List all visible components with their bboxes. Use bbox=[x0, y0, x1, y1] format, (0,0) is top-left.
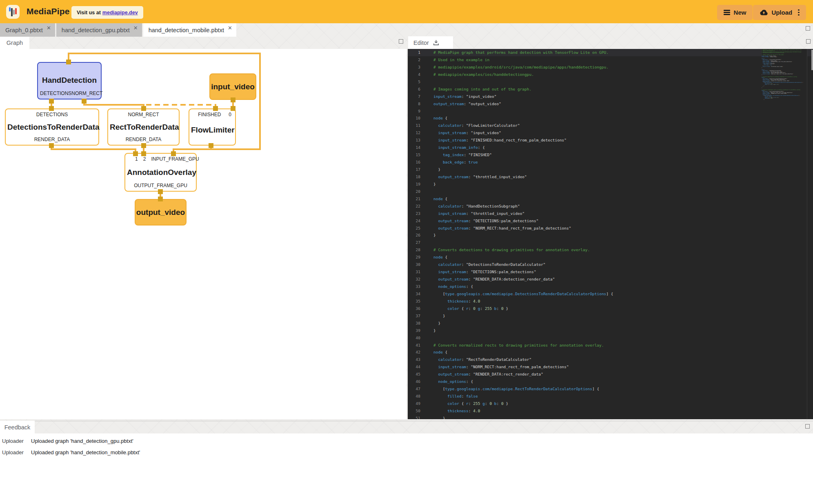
code-line: 17 } bbox=[408, 166, 813, 173]
line-number: 44 bbox=[408, 363, 420, 371]
graph-canvas[interactable]: HandDetection DETECTIONS NORM_RECT input… bbox=[0, 49, 406, 419]
line-number: 23 bbox=[408, 210, 420, 217]
code-line: } bbox=[762, 99, 807, 100]
code-line: 39} bbox=[408, 327, 813, 334]
line-number: 19 bbox=[408, 181, 420, 188]
line-number: 16 bbox=[408, 159, 420, 166]
download-icon[interactable] bbox=[433, 39, 440, 46]
upload-button[interactable]: Upload bbox=[753, 5, 806, 20]
new-button[interactable]: New bbox=[717, 5, 753, 20]
graph-maximize-icon[interactable] bbox=[399, 39, 403, 44]
code-line: 37 } bbox=[408, 312, 813, 320]
code-line: 25 output_stream: "NORM_RECT:hand_rect_f… bbox=[408, 225, 813, 232]
editor-minimap[interactable]: # MediaPipe graph that performs hand det… bbox=[762, 49, 807, 419]
line-number: 46 bbox=[408, 378, 420, 385]
code-line: 46 node_options: { bbox=[408, 378, 813, 385]
node-title: output_video bbox=[136, 208, 185, 217]
code-editor[interactable]: 1# MediaPipe graph that performs hand de… bbox=[408, 49, 813, 419]
feedback-strip bbox=[0, 421, 813, 433]
visit-badge: Visit us at mediapipe.dev bbox=[71, 6, 143, 19]
node-annotation-overlay[interactable]: 1 2 INPUT_FRAME_GPU AnnotationOverlay OU… bbox=[124, 153, 197, 192]
tab-label: hand_detection_mobile.pbtxt bbox=[149, 27, 224, 33]
feedback-panel-tab[interactable]: Feedback bbox=[0, 421, 35, 433]
line-number: 2 bbox=[408, 56, 420, 64]
line-number: 43 bbox=[408, 356, 420, 363]
line-number: 18 bbox=[408, 173, 420, 181]
node-title: input_video bbox=[211, 82, 255, 91]
line-number: 29 bbox=[408, 254, 420, 261]
feedback-maximize-icon[interactable] bbox=[805, 424, 810, 429]
node-title: AnnotationOverlay bbox=[127, 168, 194, 177]
code-line: 48 filled: false bbox=[408, 393, 813, 400]
port-label-2: 2 bbox=[143, 156, 146, 162]
mediapipe-dev-link[interactable]: mediapipe.dev bbox=[102, 10, 138, 15]
line-number: 6 bbox=[408, 86, 420, 93]
code-line: 42node { bbox=[408, 349, 813, 356]
line-number: 5 bbox=[408, 78, 420, 86]
edge-detection-render-data bbox=[51, 145, 136, 155]
line-number: 51 bbox=[408, 415, 420, 419]
code-line: 23 input_stream: "throttled_input_video" bbox=[408, 210, 813, 217]
code-line: # Converts normalized rects to drawing p… bbox=[762, 90, 807, 91]
feedback-row: Uploader Uploaded graph 'hand_detection_… bbox=[0, 435, 813, 447]
tab-hand-detection-mobile-pbtxt[interactable]: hand_detection_mobile.pbtxt ✕ bbox=[143, 23, 236, 37]
line-number: 31 bbox=[408, 268, 420, 276]
editor-maximize-icon[interactable] bbox=[806, 39, 811, 44]
line-number: 26 bbox=[408, 232, 420, 239]
cloud-upload-icon bbox=[760, 9, 768, 16]
upload-button-label: Upload bbox=[771, 9, 792, 16]
node-hand-detection[interactable]: HandDetection DETECTIONS NORM_RECT bbox=[37, 62, 102, 99]
port-label-render-data: RENDER_DATA bbox=[34, 137, 70, 142]
code-line: 49 color { r: 255 g: 0 b: 0 } bbox=[408, 400, 813, 407]
node-title: DetectionsToRenderData bbox=[7, 123, 97, 132]
line-number: 30 bbox=[408, 261, 420, 268]
tab-hand-detection-gpu-pbtxt[interactable]: hand_detection_gpu.pbtxt ✕ bbox=[56, 23, 142, 37]
tab-close-icon[interactable]: ✕ bbox=[228, 25, 232, 31]
tab-close-icon[interactable]: ✕ bbox=[47, 25, 51, 31]
line-number: 10 bbox=[408, 115, 420, 122]
node-input-video[interactable]: input_video bbox=[209, 73, 256, 100]
code-line: 27 bbox=[408, 239, 813, 246]
feedback-log: Uploader Uploaded graph 'hand_detection_… bbox=[0, 433, 813, 504]
code-line: 12 input_stream: "input_video" bbox=[408, 129, 813, 137]
node-rect-to-render-data[interactable]: NORM_RECT RectToRenderData RENDER_DATA bbox=[107, 108, 180, 146]
graph-tab-label: Graph bbox=[7, 40, 23, 46]
node-title: FlowLimiter bbox=[191, 126, 233, 135]
upload-menu-kebab-icon[interactable] bbox=[798, 9, 799, 15]
node-detections-to-render-data[interactable]: DETECTIONS DetectionsToRenderData RENDER… bbox=[5, 108, 99, 146]
code-line: 11 calculator: "FlowLimiterCalculator" bbox=[408, 122, 813, 129]
code-line: 34 [type.googleapis.com/mediapipe.Detect… bbox=[408, 290, 813, 298]
maximize-icon[interactable] bbox=[806, 26, 810, 31]
code-line: 38 } bbox=[408, 320, 813, 327]
node-output-video[interactable]: output_video bbox=[135, 199, 187, 225]
line-number: 12 bbox=[408, 129, 420, 137]
port-label-1: 1 bbox=[135, 156, 138, 162]
line-number: 33 bbox=[408, 283, 420, 290]
line-number: 42 bbox=[408, 349, 420, 356]
code-line: 22 calculator: "HandDetectionSubgraph" bbox=[408, 203, 813, 210]
node-flow-limiter[interactable]: FINISHED 0 FlowLimiter bbox=[189, 108, 236, 146]
line-number: 24 bbox=[408, 217, 420, 225]
port-label-render-data: RENDER_DATA bbox=[126, 137, 162, 142]
line-number: 11 bbox=[408, 122, 420, 129]
line-number: 9 bbox=[408, 108, 420, 115]
tab-close-icon[interactable]: ✕ bbox=[133, 25, 138, 31]
line-number: 41 bbox=[408, 342, 420, 349]
line-number: 3 bbox=[408, 64, 420, 71]
feedback-tab-label: Feedback bbox=[4, 424, 31, 431]
graph-panel-tab[interactable]: Graph bbox=[0, 37, 29, 49]
tab-graph-0-pbtxt[interactable]: Graph_0.pbtxt ✕ bbox=[0, 23, 55, 37]
feedback-row: Uploader Uploaded graph 'hand_detection_… bbox=[0, 447, 813, 458]
line-number: 48 bbox=[408, 393, 420, 400]
code-line: 29node { bbox=[408, 254, 813, 261]
code-line: 7input_stream: "input_video" bbox=[408, 93, 813, 100]
edge-norm-rect bbox=[84, 100, 144, 109]
line-number: 15 bbox=[408, 151, 420, 159]
feedback-source: Uploader bbox=[0, 449, 25, 455]
editor-panel-tab[interactable]: Editor bbox=[408, 36, 453, 49]
code-line: 6# Images coming into and out of the gra… bbox=[408, 86, 813, 93]
code-line: 51 } bbox=[408, 415, 813, 419]
line-number: 7 bbox=[408, 93, 420, 100]
editor-scrollbar-thumb[interactable] bbox=[811, 50, 813, 70]
port-label-detections: DETECTIONS bbox=[36, 112, 68, 117]
